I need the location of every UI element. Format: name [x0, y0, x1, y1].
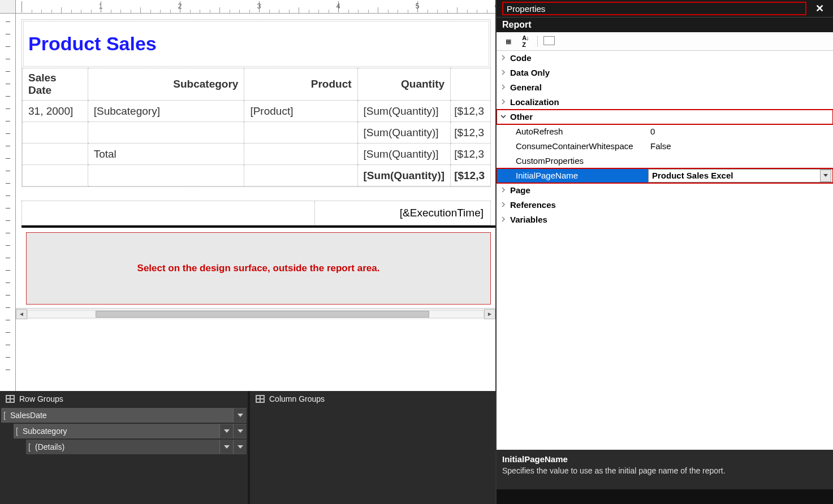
cell-amt-0[interactable]: [$12,3	[451, 101, 490, 122]
expand-icon[interactable]	[497, 55, 510, 62]
cell-grand-c[interactable]	[244, 165, 357, 186]
chevron-down-icon	[823, 174, 828, 177]
column-groups-body[interactable]	[250, 407, 495, 504]
cell-amt-2[interactable]: [$12,3	[451, 144, 490, 165]
design-surface[interactable]: Product Sales Sales Date Subcategory Pro…	[16, 14, 495, 305]
group-dropdown-button[interactable]	[219, 424, 233, 438]
header-amount[interactable]	[451, 68, 490, 101]
prop-category-code[interactable]: Code	[497, 51, 833, 66]
column-groups-title: Column Groups	[269, 394, 325, 403]
row-group-item[interactable]: [(Details)	[26, 440, 247, 454]
cell-sub-1[interactable]	[88, 122, 244, 144]
horizontal-ruler[interactable]: 123456	[16, 0, 495, 14]
close-icon[interactable]: ✕	[812, 2, 827, 15]
properties-help: InitialPageName Specifies the value to u…	[497, 450, 833, 489]
prop-category-general[interactable]: General	[497, 80, 833, 95]
header-subcategory[interactable]: Subcategory	[88, 68, 244, 101]
group-label: (Details)	[33, 442, 219, 451]
cell-grand-a[interactable]	[23, 165, 88, 186]
prop-value-input[interactable]: Product Sales Excel	[648, 169, 833, 183]
properties-grid[interactable]: CodeData OnlyGeneralLocalizationOtherAut…	[497, 51, 833, 450]
expand-icon[interactable]	[497, 69, 510, 76]
expand-icon[interactable]	[497, 114, 510, 120]
row-groups-title: Row Groups	[19, 394, 63, 403]
expand-icon[interactable]	[497, 84, 510, 91]
properties-object[interactable]: Report	[497, 17, 833, 32]
scroll-right-button[interactable]: ►	[484, 309, 495, 319]
grid-icon	[256, 395, 265, 403]
expand-icon[interactable]	[497, 216, 510, 223]
bracket-icon: [	[26, 442, 33, 451]
cell-date-1[interactable]	[23, 122, 88, 144]
horizontal-scrollbar[interactable]: ◄ ►	[16, 308, 495, 319]
alphabetical-button[interactable]: A↓Z	[518, 34, 533, 48]
cell-prod-0[interactable]: [Product]	[244, 101, 357, 122]
prop-dropdown-button[interactable]	[820, 170, 831, 182]
bracket-icon: [	[14, 427, 20, 436]
categorized-button[interactable]: ▦	[501, 34, 516, 48]
property-pages-button[interactable]	[542, 34, 557, 48]
prop-value[interactable]: 0	[648, 127, 833, 136]
prop-value[interactable]: False	[648, 141, 833, 151]
cell-prod-2[interactable]	[244, 144, 357, 165]
cell-qty-1[interactable]: [Sum(Quantity)]	[357, 122, 451, 144]
hint-text: Select on the design surface, outside th…	[137, 263, 380, 274]
row-group-item[interactable]: [Subcategory	[14, 424, 247, 438]
prop-autorefresh[interactable]: AutoRefresh0	[497, 124, 833, 139]
ruler-corner	[0, 0, 16, 14]
cell-grand-amt[interactable]: [$12,3	[451, 165, 490, 186]
hint-panel: Select on the design surface, outside th…	[26, 232, 491, 305]
prop-category-page[interactable]: Page	[497, 183, 833, 198]
column-groups-header: Column Groups	[250, 391, 495, 407]
report-title[interactable]: Product Sales	[28, 33, 157, 54]
prop-category-data-only[interactable]: Data Only	[497, 66, 833, 80]
help-title: InitialPageName	[502, 454, 827, 464]
scroll-track[interactable]	[27, 310, 484, 318]
row-group-item[interactable]: [SalesDate	[1, 408, 247, 423]
bottom-bar	[497, 489, 833, 504]
scroll-left-button[interactable]: ◄	[16, 309, 27, 319]
cell-grand-qty[interactable]: [Sum(Quantity)]	[357, 165, 451, 186]
header-quantity[interactable]: Quantity	[357, 68, 451, 101]
prop-customproperties[interactable]: CustomProperties	[497, 154, 833, 168]
group-label: Subcategory	[20, 427, 219, 436]
cell-amt-1[interactable]: [$12,3	[451, 122, 490, 144]
properties-toolbar: ▦ A↓Z	[497, 32, 833, 51]
prop-initialpagename[interactable]: InitialPageNameProduct Sales Excel	[497, 168, 833, 183]
cell-qty-0[interactable]: [Sum(Quantity)]	[357, 101, 451, 122]
prop-category-localization[interactable]: Localization	[497, 95, 833, 110]
prop-category-variables[interactable]: Variables	[497, 212, 833, 227]
group-dropdown-button[interactable]	[233, 409, 247, 422]
grid-icon	[6, 395, 15, 403]
cell-sub-2[interactable]: Total	[88, 144, 244, 165]
report-body[interactable]: Product Sales Sales Date Subcategory Pro…	[21, 19, 491, 187]
group-dropdown-button[interactable]	[233, 424, 247, 438]
cell-grand-b[interactable]	[88, 165, 244, 186]
cell-qty-2[interactable]: [Sum(Quantity)]	[357, 144, 451, 165]
prop-category-references[interactable]: References	[497, 198, 833, 212]
expand-icon[interactable]	[497, 99, 510, 106]
row-groups-body[interactable]: [SalesDate[Subcategory[(Details)	[0, 407, 248, 504]
scroll-thumb[interactable]	[96, 311, 429, 318]
expand-icon[interactable]	[497, 202, 510, 208]
cell-date-2[interactable]	[23, 144, 88, 165]
cell-prod-1[interactable]	[244, 122, 357, 144]
group-dropdown-button[interactable]	[233, 440, 247, 454]
expand-icon[interactable]	[497, 187, 510, 194]
header-salesdate[interactable]: Sales Date	[23, 68, 88, 101]
bracket-icon: [	[1, 411, 8, 420]
group-label: SalesDate	[8, 411, 233, 420]
cell-sub-0[interactable]: [Subcategory]	[88, 101, 244, 122]
footer-execution-time[interactable]: [&ExecutionTime]	[315, 201, 490, 225]
header-product[interactable]: Product	[244, 68, 357, 101]
page-footer[interactable]: [&ExecutionTime]	[21, 201, 491, 225]
sort-az-icon: A↓Z	[522, 34, 528, 48]
footer-left[interactable]	[22, 201, 315, 225]
group-dropdown-button[interactable]	[219, 440, 233, 454]
properties-titlebar: Properties ✕	[497, 0, 833, 17]
cell-date-0[interactable]: 31, 2000]	[23, 101, 88, 122]
prop-category-other[interactable]: Other	[497, 110, 833, 124]
vertical-ruler[interactable]	[0, 14, 16, 391]
prop-consumecontainerwhitespace[interactable]: ConsumeContainerWhitespaceFalse	[497, 139, 833, 154]
tablix[interactable]: Sales Date Subcategory Product Quantity …	[22, 68, 490, 186]
